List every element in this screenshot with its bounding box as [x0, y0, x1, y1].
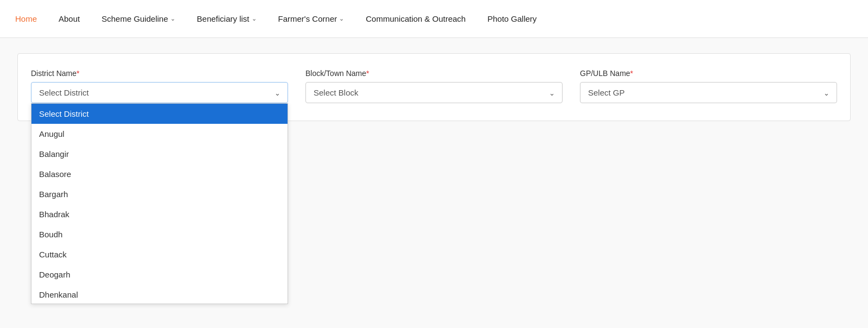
district-option-cuttack[interactable]: Cuttack	[31, 244, 288, 264]
nav-item-photo-gallery[interactable]: Photo Gallery	[485, 0, 539, 37]
district-option-dhenkanal[interactable]: Dhenkanal	[31, 285, 288, 304]
nav-item-label-scheme-guideline: Scheme Guideline	[101, 14, 168, 23]
required-star-gp: *	[630, 69, 633, 78]
nav-item-label-communication-outreach: Communication & Outreach	[366, 14, 465, 23]
district-option-anugul[interactable]: Anugul	[31, 124, 288, 144]
nav-item-label-home: Home	[15, 14, 37, 23]
gp-select-wrapper: Select GP ⌄	[580, 82, 837, 103]
main-nav: HomeAboutScheme Guideline⌄Beneficiary li…	[0, 0, 868, 38]
nav-item-home[interactable]: Home	[13, 0, 39, 37]
district-select-wrapper: Select DistrictAnugulBalangirBalasoreBar…	[31, 82, 288, 103]
nav-chevron-icon-farmers-corner: ⌄	[339, 15, 344, 22]
gp-label: GP/ULB Name*	[580, 69, 837, 78]
nav-item-about[interactable]: About	[56, 0, 82, 37]
block-label: Block/Town Name*	[305, 69, 563, 78]
gp-group: GP/ULB Name* Select GP ⌄	[580, 69, 837, 103]
block-select-wrapper: Select Block ⌄	[305, 82, 563, 103]
form-row: District Name* Select DistrictAnugulBala…	[31, 69, 837, 103]
nav-item-label-photo-gallery: Photo Gallery	[487, 14, 537, 23]
district-option-default[interactable]: Select District	[31, 104, 288, 124]
nav-chevron-icon-scheme-guideline: ⌄	[170, 15, 175, 22]
block-select[interactable]: Select Block	[305, 82, 563, 103]
nav-item-communication-outreach[interactable]: Communication & Outreach	[363, 0, 468, 37]
district-option-deogarh[interactable]: Deogarh	[31, 264, 288, 285]
nav-item-beneficiary-list[interactable]: Beneficiary list⌄	[195, 0, 259, 37]
main-content: District Name* Select DistrictAnugulBala…	[0, 38, 868, 328]
district-option-boudh[interactable]: Boudh	[31, 224, 288, 244]
gp-select[interactable]: Select GP	[580, 82, 837, 103]
district-label: District Name*	[31, 69, 288, 78]
nav-item-label-farmers-corner: Farmer's Corner	[278, 14, 337, 23]
required-star: *	[76, 69, 79, 78]
nav-item-label-about: About	[59, 14, 80, 23]
district-option-balangir[interactable]: Balangir	[31, 144, 288, 164]
district-group: District Name* Select DistrictAnugulBala…	[31, 69, 288, 103]
nav-chevron-icon-beneficiary-list: ⌄	[252, 15, 257, 22]
district-dropdown-list[interactable]: Select DistrictAnugulBalangirBalasoreBar…	[31, 103, 288, 304]
nav-item-farmers-corner[interactable]: Farmer's Corner⌄	[276, 0, 347, 37]
district-option-bhadrak[interactable]: Bhadrak	[31, 204, 288, 224]
block-group: Block/Town Name* Select Block ⌄	[305, 69, 563, 103]
district-option-bargarh[interactable]: Bargarh	[31, 184, 288, 204]
district-select-trigger[interactable]: Select District	[31, 82, 288, 103]
required-star-block: *	[366, 69, 369, 78]
nav-item-scheme-guideline[interactable]: Scheme Guideline⌄	[99, 0, 177, 37]
form-section: District Name* Select DistrictAnugulBala…	[17, 53, 851, 121]
nav-item-label-beneficiary-list: Beneficiary list	[197, 14, 250, 23]
district-option-balasore[interactable]: Balasore	[31, 164, 288, 184]
